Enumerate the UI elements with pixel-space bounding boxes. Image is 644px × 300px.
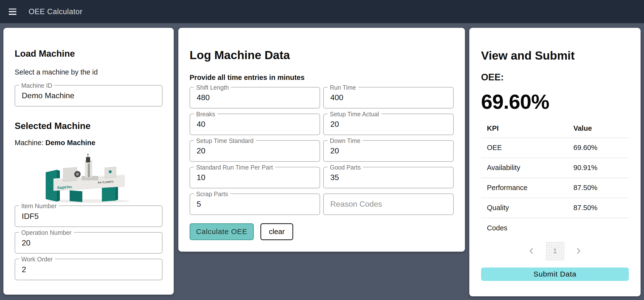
chevron-right-icon xyxy=(574,247,583,255)
value-cell: 90.91% xyxy=(574,164,629,172)
reason-codes-placeholder: Reason Codes xyxy=(330,200,382,209)
run-time-label: Run Time xyxy=(328,84,358,91)
menu-icon[interactable] xyxy=(9,8,16,15)
page-1-button[interactable]: 1 xyxy=(546,242,564,260)
item-number-value: IDF5 xyxy=(22,212,38,221)
scrap-parts-field[interactable]: Scrap Parts 5 xyxy=(190,194,320,215)
oee-value: 69.60% xyxy=(481,90,629,114)
breaks-value: 40 xyxy=(197,120,206,129)
value-cell: 87.50% xyxy=(574,184,629,192)
table-row: Codes xyxy=(481,218,629,238)
machine-image: EagleTec EA-TL1530T3 xyxy=(15,154,162,203)
kpi-cell: Quality xyxy=(487,204,574,212)
setup-time-standard-field[interactable]: Setup Time Standard 20 xyxy=(190,140,320,162)
table-row: Availability 90.91% xyxy=(481,158,629,178)
kpi-cell: Performance xyxy=(487,184,574,192)
load-machine-title: Load Machine xyxy=(15,28,162,59)
shift-length-value: 480 xyxy=(197,93,210,102)
log-machine-data-title: Log Machine Data xyxy=(190,28,454,62)
setup-time-actual-field[interactable]: Setup Time Actual 20 xyxy=(323,114,454,135)
standard-run-time-field[interactable]: Standard Run Time Per Part 10 xyxy=(190,167,320,188)
good-parts-field[interactable]: Good Parts 35 xyxy=(323,167,454,188)
scrap-parts-value: 5 xyxy=(197,200,201,209)
time-entry-grid: Shift Length 480 Run Time 400 Breaks 40 … xyxy=(190,87,454,215)
pagination: 1 xyxy=(481,242,629,260)
setup-time-standard-label: Setup Time Standard xyxy=(194,137,256,145)
operation-number-field[interactable]: Operation Number 20 xyxy=(15,232,162,254)
operation-number-value: 20 xyxy=(22,238,30,248)
work-order-value: 2 xyxy=(22,265,26,274)
table-row: OEE 69.60% xyxy=(481,138,629,158)
down-time-label: Down Time xyxy=(328,137,362,145)
standard-run-time-label: Standard Run Time Per Part xyxy=(194,164,275,171)
log-machine-data-card: Log Machine Data Provide all time entrie… xyxy=(178,28,465,252)
prev-page-button[interactable] xyxy=(526,246,537,256)
item-number-label: Item Number xyxy=(19,202,59,210)
load-machine-subtitle: Select a machine by the id xyxy=(15,68,162,76)
setup-time-actual-label: Setup Time Actual xyxy=(328,110,381,118)
run-time-field[interactable]: Run Time 400 xyxy=(323,87,454,108)
breaks-field[interactable]: Breaks 40 xyxy=(190,114,320,135)
table-row: Performance 87.50% xyxy=(481,178,629,198)
chevron-left-icon xyxy=(527,247,536,255)
good-parts-label: Good Parts xyxy=(328,164,363,171)
value-cell: 69.60% xyxy=(574,144,629,152)
app-title: OEE Calculator xyxy=(28,7,82,16)
table-row: Quality 87.50% xyxy=(481,198,629,218)
machine-label: Machine: xyxy=(15,139,44,146)
down-time-value: 20 xyxy=(330,146,339,155)
next-page-button[interactable] xyxy=(573,246,584,256)
oee-label: OEE: xyxy=(481,72,629,82)
machine-id-field[interactable]: Machine ID Demo Machine xyxy=(15,85,162,106)
work-order-field[interactable]: Work Order 2 xyxy=(15,259,162,280)
selected-machine-title: Selected Machine xyxy=(15,121,162,131)
submit-data-button[interactable]: Submit Data xyxy=(481,268,629,281)
shift-length-field[interactable]: Shift Length 480 xyxy=(190,87,320,108)
kpi-table-header: KPI Value xyxy=(481,124,629,138)
clear-button[interactable]: clear xyxy=(260,223,293,240)
action-buttons: Calculate OEE clear xyxy=(190,223,454,240)
cnc-lathe-illustration: EagleTec EA-TL1530T3 xyxy=(42,154,135,203)
setup-time-standard-value: 20 xyxy=(197,146,206,155)
work-order-label: Work Order xyxy=(19,255,55,263)
shift-length-label: Shift Length xyxy=(194,84,231,91)
value-cell: 87.50% xyxy=(574,204,629,212)
run-time-value: 400 xyxy=(330,93,343,102)
scrap-parts-label: Scrap Parts xyxy=(194,190,230,198)
kpi-table: KPI Value OEE 69.60% Availability 90.91%… xyxy=(481,124,629,238)
selected-machine-line: Machine: Demo Machine xyxy=(15,139,162,147)
machine-name: Demo Machine xyxy=(46,139,96,146)
value-header-cell: Value xyxy=(574,124,629,132)
reason-codes-field[interactable]: Reason Codes xyxy=(323,194,454,215)
breaks-label: Breaks xyxy=(194,110,218,118)
good-parts-value: 35 xyxy=(330,173,339,182)
machine-id-label: Machine ID xyxy=(19,82,54,90)
kpi-cell: OEE xyxy=(487,144,574,152)
view-submit-title: View and Submit xyxy=(481,28,629,62)
item-number-field[interactable]: Item Number IDF5 xyxy=(15,206,162,227)
kpi-header-cell: KPI xyxy=(487,124,574,132)
kpi-cell: Codes xyxy=(487,224,574,232)
down-time-field[interactable]: Down Time 20 xyxy=(323,140,454,162)
calculate-oee-button[interactable]: Calculate OEE xyxy=(190,223,254,240)
app-bar: OEE Calculator xyxy=(0,0,644,23)
view-submit-card: View and Submit OEE: 69.60% KPI Value OE… xyxy=(469,28,640,296)
standard-run-time-value: 10 xyxy=(197,173,206,182)
load-machine-card: Load Machine Select a machine by the id … xyxy=(4,28,174,295)
machine-id-value: Demo Machine xyxy=(22,91,74,100)
kpi-cell: Availability xyxy=(487,164,574,172)
time-entries-note: Provide all time entries in minutes xyxy=(190,74,454,82)
setup-time-actual-value: 20 xyxy=(330,120,339,129)
operation-number-label: Operation Number xyxy=(19,229,74,236)
